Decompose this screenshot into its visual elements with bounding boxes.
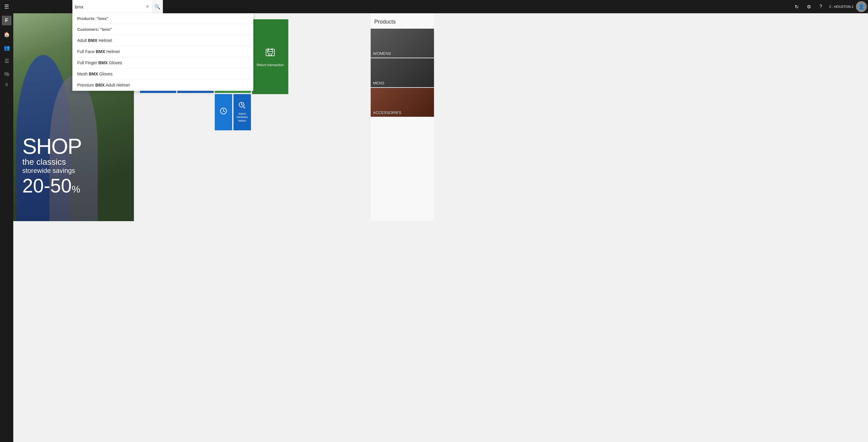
sidebar-logo: F (2, 16, 11, 25)
svg-point-29 (271, 55, 272, 56)
accessories-label: ACCESSORIES (373, 111, 401, 115)
dropdown-item-4[interactable]: Premium BMX Adult Helmet (72, 80, 253, 91)
bold-text: BMX (95, 83, 105, 88)
search-icon: 🔍 (154, 4, 160, 10)
clock-list-icon (239, 102, 246, 111)
dropdown-customers-category[interactable]: Customers: "bmx" (72, 24, 253, 35)
sidebar-home[interactable]: 🏠 (0, 28, 13, 41)
dropdown-item-3[interactable]: Mesh BMX Gloves (72, 68, 253, 80)
bold-text: BMX (98, 60, 108, 65)
sidebar-cart[interactable]: 🛍 (0, 67, 13, 81)
search-dropdown: Products: "bmx" Customers: "bmx" Adult B… (72, 13, 253, 91)
logo-letter: F (5, 18, 8, 23)
search-clear-button[interactable]: × (143, 0, 152, 13)
category-query: "bmx" (96, 16, 108, 21)
products-title: Products (371, 16, 434, 29)
search-input[interactable] (72, 0, 143, 13)
search-submit-button[interactable]: 🔍 (152, 0, 163, 13)
dropdown-item-1[interactable]: Full Face BMX Helmet (72, 46, 253, 57)
dropdown-products-category[interactable]: Products: "bmx" (72, 13, 253, 24)
category-label: Customers: (77, 27, 100, 32)
womens-label: WOMENS (373, 51, 391, 56)
sidebar: F 🏠 👥 ☰ 🛍 0 (0, 13, 13, 221)
dropdown-item-0[interactable]: Adult BMX Helmet (72, 35, 253, 46)
select-hardware-tile-right[interactable]: Select hardware station (234, 94, 251, 130)
hero-shop-text: SHOP (22, 136, 82, 157)
product-womens[interactable]: WOMENS (371, 29, 434, 58)
svg-line-24 (242, 105, 243, 105)
bold-text: BMX (89, 71, 98, 76)
hero-classics-text: the classics (22, 157, 82, 167)
bold-text: BMX (96, 49, 105, 54)
select-hardware-label: Select hardware station (235, 112, 250, 123)
category-label: Products: (77, 16, 96, 21)
search-container: × 🔍 (72, 0, 163, 13)
sidebar-count: 0 (5, 82, 8, 87)
hero-percent-text: 20-50% (22, 175, 82, 197)
svg-point-28 (269, 55, 270, 56)
return-transaction-icon (264, 46, 276, 60)
sidebar-menu[interactable]: ☰ (0, 54, 13, 67)
bold-text: BMX (88, 38, 97, 43)
clock-icon-1 (220, 108, 227, 116)
hero-text: SHOP the classics storewide savings 20-5… (22, 136, 82, 197)
select-hardware-tile-left[interactable] (215, 94, 232, 130)
hamburger-button[interactable]: ☰ (0, 0, 13, 13)
dropdown-item-2[interactable]: Full Finger BMX Gloves (72, 57, 253, 68)
hero-savings-text: storewide savings (22, 167, 82, 175)
product-accessories[interactable]: ACCESSORIES (371, 88, 434, 117)
products-panel: Products WOMENS MENS ACCESSORIES (371, 13, 434, 221)
top-bar: ☰ ↻ ⚙ ? 2 - HOUSTON-1 👤 (0, 0, 434, 13)
hardware-row: Select hardware station (215, 94, 251, 130)
product-mens[interactable]: MENS (371, 58, 434, 87)
hamburger-icon: ☰ (4, 3, 9, 10)
mens-label: MENS (373, 81, 384, 85)
category-query: "bmx" (100, 27, 112, 32)
sidebar-customers[interactable]: 👥 (0, 41, 13, 54)
return-transaction-tile[interactable]: Return transaction (252, 19, 288, 94)
clear-icon: × (146, 4, 149, 9)
return-transaction-label: Return transaction (257, 63, 284, 67)
svg-line-21 (223, 111, 225, 112)
